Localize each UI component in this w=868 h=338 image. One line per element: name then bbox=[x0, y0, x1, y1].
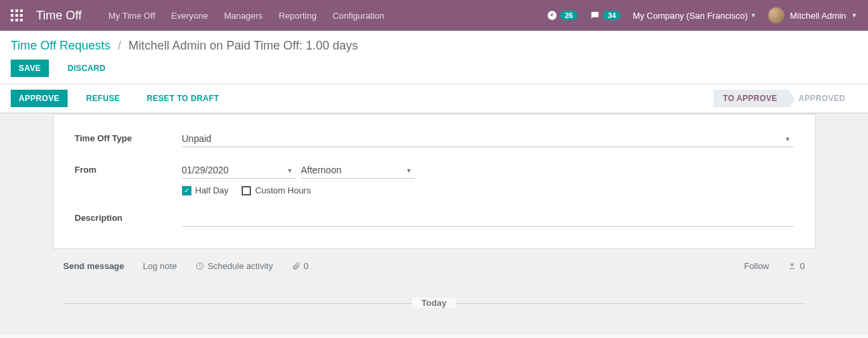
attachments-count: 0 bbox=[304, 261, 309, 271]
save-button[interactable]: SAVE bbox=[11, 60, 49, 77]
status-approved[interactable]: APPROVED bbox=[789, 90, 857, 107]
reset-to-draft-button[interactable]: RESET TO DRAFT bbox=[139, 90, 227, 107]
schedule-activity-label: Schedule activity bbox=[207, 261, 273, 271]
breadcrumb-current: Mitchell Admin on Paid Time Off: 1.00 da… bbox=[128, 39, 358, 52]
field-time-off-type: ▼ bbox=[182, 131, 794, 147]
company-name: My Company (San Francisco) bbox=[632, 11, 748, 21]
half-day-checkbox[interactable]: ✓ bbox=[182, 186, 191, 195]
svg-rect-8 bbox=[20, 19, 23, 21]
chevron-down-icon: ▼ bbox=[851, 12, 857, 19]
today-divider: Today bbox=[64, 298, 805, 308]
followers-button[interactable]: 0 bbox=[788, 261, 804, 271]
control-panel: Time Off Requests / Mitchell Admin on Pa… bbox=[0, 31, 868, 84]
user-name: Mitchell Admin bbox=[790, 11, 846, 21]
messages-indicator[interactable]: 34 bbox=[590, 10, 620, 21]
paperclip-icon bbox=[292, 262, 300, 270]
svg-rect-3 bbox=[11, 14, 13, 17]
send-message-button[interactable]: Send message bbox=[64, 261, 124, 271]
svg-rect-1 bbox=[15, 9, 18, 12]
messages-count: 34 bbox=[603, 11, 620, 20]
follow-button[interactable]: Follow bbox=[744, 261, 770, 271]
nav-links: My Time Off Everyone Managers Reporting … bbox=[108, 11, 547, 21]
custom-hours-checkbox[interactable] bbox=[242, 186, 251, 195]
nav-right: 26 34 My Company (San Francisco) ▼ Mitch… bbox=[547, 7, 857, 23]
discard-button[interactable]: DISCARD bbox=[60, 60, 114, 77]
attachments-button[interactable]: 0 bbox=[292, 261, 309, 271]
svg-rect-2 bbox=[20, 9, 23, 12]
followers-count: 0 bbox=[800, 261, 804, 271]
chevron-down-icon: ▼ bbox=[750, 12, 756, 19]
activity-indicator[interactable]: 26 bbox=[547, 10, 578, 21]
duration-options: ✓ Half Day Custom Hours bbox=[182, 185, 794, 195]
nav-everyone[interactable]: Everyone bbox=[171, 11, 208, 21]
breadcrumb-separator: / bbox=[118, 39, 121, 52]
svg-rect-7 bbox=[15, 19, 18, 21]
workflow-buttons: APPROVE REFUSE RESET TO DRAFT bbox=[11, 90, 227, 107]
row-time-off-type: Time Off Type ▼ bbox=[75, 131, 794, 147]
status-bar: APPROVE REFUSE RESET TO DRAFT TO APPROVE… bbox=[0, 84, 868, 113]
refuse-button[interactable]: REFUSE bbox=[78, 90, 128, 107]
form-sheet: Time Off Type ▼ From ▼ ▼ bbox=[53, 114, 816, 249]
half-day-label: Half Day bbox=[195, 185, 229, 195]
company-switcher[interactable]: My Company (San Francisco) ▼ bbox=[632, 11, 756, 21]
app-brand[interactable]: Time Off bbox=[36, 9, 82, 23]
nav-configuration[interactable]: Configuration bbox=[333, 11, 384, 21]
breadcrumb-root[interactable]: Time Off Requests bbox=[11, 39, 110, 52]
activity-count: 26 bbox=[560, 11, 578, 20]
from-period-select[interactable] bbox=[301, 162, 415, 179]
custom-hours-label: Custom Hours bbox=[255, 185, 311, 195]
description-input[interactable] bbox=[182, 210, 794, 227]
status-to-approve[interactable]: TO APPROVE bbox=[713, 90, 789, 107]
avatar bbox=[768, 7, 784, 23]
field-from: ▼ ▼ ✓ Half Day Custom Hours bbox=[182, 162, 794, 195]
clock-icon bbox=[547, 10, 557, 21]
chat-icon bbox=[590, 10, 600, 21]
svg-rect-5 bbox=[20, 14, 23, 17]
top-navbar: Time Off My Time Off Everyone Managers R… bbox=[0, 0, 868, 31]
svg-point-10 bbox=[791, 263, 794, 266]
sheet-background: Time Off Type ▼ From ▼ ▼ bbox=[0, 113, 868, 335]
apps-icon[interactable] bbox=[11, 9, 23, 21]
schedule-activity-button[interactable]: Schedule activity bbox=[195, 261, 273, 271]
row-from: From ▼ ▼ ✓ Half Day Custom Hour bbox=[75, 162, 794, 195]
label-description: Description bbox=[75, 210, 182, 223]
today-label: Today bbox=[412, 298, 456, 308]
status-steps: TO APPROVE APPROVED bbox=[713, 90, 857, 107]
svg-rect-0 bbox=[11, 9, 13, 12]
row-description: Description bbox=[75, 210, 794, 227]
nav-my-time-off[interactable]: My Time Off bbox=[108, 11, 155, 21]
from-date-input[interactable] bbox=[182, 162, 296, 179]
nav-reporting[interactable]: Reporting bbox=[279, 11, 317, 21]
svg-rect-6 bbox=[11, 19, 13, 21]
time-off-type-select[interactable] bbox=[182, 131, 794, 147]
chatter: Send message Log note Schedule activity … bbox=[53, 249, 816, 335]
nav-managers[interactable]: Managers bbox=[224, 11, 263, 21]
person-icon bbox=[788, 262, 796, 270]
clock-icon bbox=[195, 262, 204, 270]
label-time-off-type: Time Off Type bbox=[75, 131, 182, 143]
log-note-button[interactable]: Log note bbox=[143, 261, 177, 271]
chatter-toolbar: Send message Log note Schedule activity … bbox=[64, 261, 805, 271]
svg-rect-4 bbox=[15, 14, 18, 17]
approve-button[interactable]: APPROVE bbox=[11, 90, 68, 107]
edit-buttons: SAVE DISCARD bbox=[11, 60, 857, 84]
breadcrumb: Time Off Requests / Mitchell Admin on Pa… bbox=[11, 39, 857, 53]
field-description bbox=[182, 210, 794, 227]
user-menu[interactable]: Mitchell Admin ▼ bbox=[768, 7, 857, 23]
label-from: From bbox=[75, 162, 182, 175]
